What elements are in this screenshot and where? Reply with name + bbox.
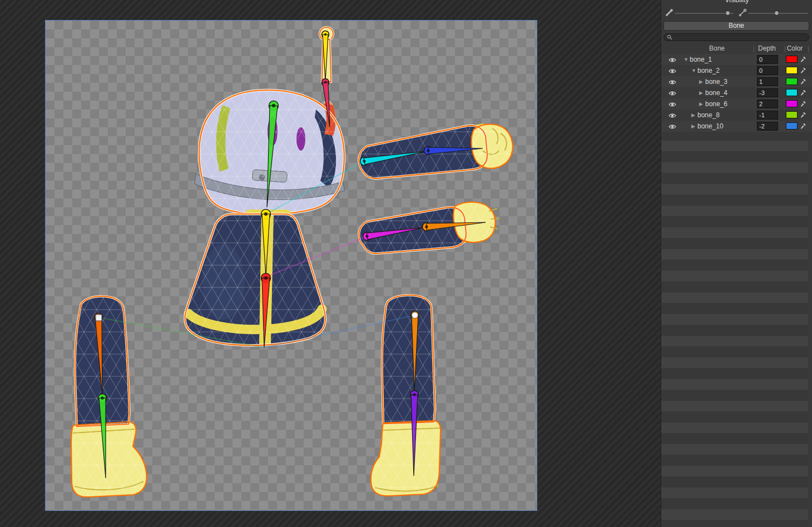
bone-name[interactable]: bone_4 <box>705 89 727 97</box>
visibility-eye-icon[interactable] <box>669 90 676 96</box>
header-bone: Bone <box>694 44 740 52</box>
depth-input[interactable]: 0 <box>757 66 778 75</box>
depth-input[interactable]: -3 <box>757 88 778 97</box>
bone-name[interactable]: bone_6 <box>705 100 727 108</box>
visibility-eye-icon[interactable] <box>669 101 676 107</box>
depth-input[interactable]: 0 <box>757 55 778 64</box>
foldout-arrow-icon[interactable]: ▶ <box>699 90 703 96</box>
mesh-opacity-knob[interactable] <box>774 11 779 16</box>
bone-row-bone_1[interactable]: ▼bone_10 <box>661 54 812 65</box>
foldout-arrow-icon[interactable]: ▶ <box>691 123 695 130</box>
color-swatch[interactable] <box>786 122 798 130</box>
color-picker-icon[interactable] <box>800 56 806 63</box>
bone-handle-square[interactable] <box>96 315 102 321</box>
bone-name[interactable]: bone_3 <box>705 78 727 86</box>
color-swatch[interactable] <box>786 89 798 96</box>
visibility-eye-icon[interactable] <box>669 57 676 62</box>
mesh-opacity-icon <box>739 8 747 17</box>
torso-sprite[interactable] <box>185 210 325 345</box>
header-separator <box>754 46 754 52</box>
header-separator <box>808 46 809 52</box>
color-picker-icon[interactable] <box>800 78 806 85</box>
bone-name[interactable]: bone_10 <box>697 122 724 130</box>
depth-input[interactable]: -1 <box>757 111 778 120</box>
bone-name[interactable]: bone_1 <box>690 56 712 63</box>
header-color: Color <box>783 44 807 52</box>
bone-row-bone_4[interactable]: ▶bone_4-3 <box>661 87 812 98</box>
bone-table: ▼bone_10▼bone_20▶bone_31▶bone_4-3▶bone_6… <box>661 54 812 132</box>
bone-row-bone_10[interactable]: ▶bone_10-2 <box>661 121 812 132</box>
color-picker-icon[interactable] <box>800 112 806 118</box>
depth-input[interactable]: -2 <box>757 122 778 131</box>
bone-row-bone_2[interactable]: ▼bone_20 <box>661 65 812 76</box>
foldout-arrow-icon[interactable]: ▶ <box>699 78 703 85</box>
right-leg-sprite[interactable] <box>371 295 440 496</box>
search-icon <box>667 34 672 40</box>
sprite-canvas[interactable] <box>46 21 537 510</box>
left-leg-sprite[interactable] <box>71 296 147 497</box>
bone-name[interactable]: bone_2 <box>697 67 720 74</box>
empty-list-rows <box>661 141 808 527</box>
bone-row-bone_3[interactable]: ▶bone_31 <box>661 76 812 87</box>
panel-scrollbar-gutter[interactable] <box>808 141 812 527</box>
foldout-arrow-icon[interactable]: ▼ <box>691 67 696 74</box>
color-picker-icon[interactable] <box>800 90 806 96</box>
bone-row-bone_6[interactable]: ▶bone_62 <box>661 98 812 110</box>
visibility-eye-icon[interactable] <box>669 68 676 73</box>
visibility-title: Visibility <box>661 0 812 4</box>
header-depth: Depth <box>755 44 779 52</box>
foldout-arrow-icon[interactable]: ▶ <box>699 101 703 107</box>
visibility-eye-icon[interactable] <box>669 112 676 118</box>
visibility-sliders <box>661 7 812 19</box>
color-swatch[interactable] <box>786 100 798 107</box>
bone-table-header: Bone Depth Color <box>661 44 812 53</box>
depth-input[interactable]: 2 <box>757 100 778 108</box>
bone-search-input[interactable] <box>664 33 809 41</box>
bone-name[interactable]: bone_8 <box>697 111 720 119</box>
unity-skinning-editor: Visibility Bone Bon <box>0 0 812 527</box>
color-swatch[interactable] <box>786 56 798 63</box>
bone-panel: Visibility Bone Bon <box>661 0 812 527</box>
color-swatch[interactable] <box>786 78 798 85</box>
color-swatch[interactable] <box>786 67 798 74</box>
visibility-eye-icon[interactable] <box>669 79 676 84</box>
visibility-eye-icon[interactable] <box>669 123 676 129</box>
bone-opacity-icon <box>665 8 674 17</box>
foldout-arrow-icon[interactable]: ▶ <box>691 112 695 118</box>
color-swatch[interactable] <box>786 111 798 118</box>
color-picker-icon[interactable] <box>800 67 806 74</box>
character-mesh-view <box>46 21 537 510</box>
bone-tab[interactable]: Bone <box>664 21 809 31</box>
foldout-arrow-icon[interactable]: ▼ <box>684 56 689 63</box>
depth-input[interactable]: 1 <box>757 77 778 86</box>
bone-row-bone_8[interactable]: ▶bone_8-1 <box>661 110 812 121</box>
header-separator <box>785 46 785 52</box>
bone-handle-circle[interactable] <box>412 312 418 319</box>
bone-opacity-knob[interactable] <box>725 11 730 16</box>
color-picker-icon[interactable] <box>800 123 806 130</box>
color-picker-icon[interactable] <box>800 101 806 107</box>
